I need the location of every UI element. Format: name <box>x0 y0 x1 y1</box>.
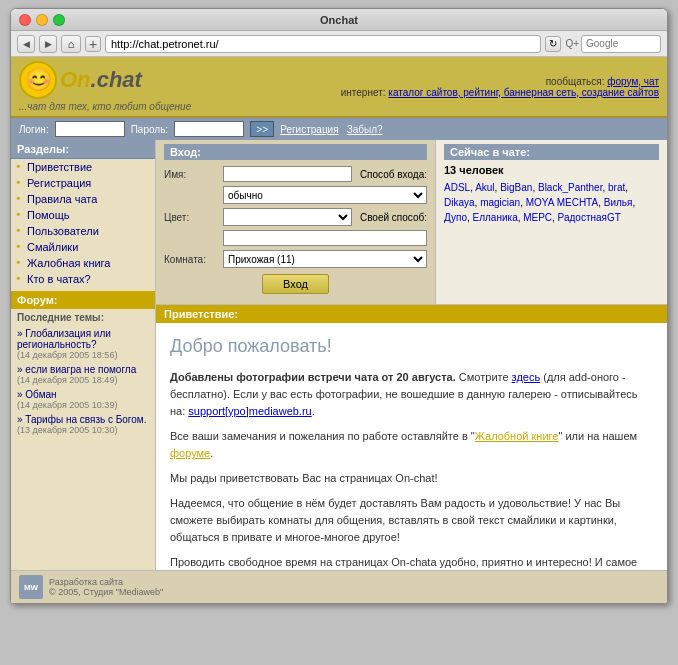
forward-button[interactable]: ▶ <box>39 35 57 53</box>
add-tab-button[interactable]: + <box>85 36 101 52</box>
support-email-link[interactable]: support[уро]mediaweb.ru <box>188 405 311 417</box>
own-method-row <box>164 230 427 246</box>
entry-method-select[interactable]: обычно <box>223 186 427 204</box>
content-area: Вход: Имя: Способ входа: <box>156 140 667 570</box>
search-input[interactable] <box>581 35 661 53</box>
greeting-link[interactable]: Приветствие <box>27 161 92 173</box>
browser-window: Onchat ◀ ▶ ⌂ + ↻ Q+ 😊 On.chat ...чат для… <box>10 8 668 604</box>
main-layout: Разделы: Приветствие Регистрация Правила… <box>11 140 667 570</box>
forum-post-date-4: (13 декабря 2005 10:30) <box>17 425 149 435</box>
user-dikaya[interactable]: Dikaya <box>444 197 475 208</box>
sidebar: Разделы: Приветствие Регистрация Правила… <box>11 140 156 570</box>
welcome-title: Добро пожаловать! <box>170 333 653 361</box>
forum-post-date-1: (14 декабря 2005 18:56) <box>17 350 149 360</box>
room-label: Комната: <box>164 254 219 265</box>
site-header: 😊 On.chat ...чат для тех, кто любит обще… <box>11 57 667 118</box>
own-method-input[interactable] <box>223 230 427 246</box>
entry-method-field: обычно <box>223 186 427 204</box>
register-link[interactable]: Регистрация <box>280 124 338 135</box>
user-mers[interactable]: МЕРС <box>523 212 552 223</box>
forum-post-1[interactable]: » Глобализация или региональность? (14 д… <box>11 326 155 362</box>
sidebar-item-rules[interactable]: Правила чата <box>11 191 155 207</box>
forum-link-main[interactable]: форуме <box>170 447 210 459</box>
user-akul[interactable]: Akul <box>475 182 494 193</box>
home-button[interactable]: ⌂ <box>61 35 81 53</box>
top-section: Вход: Имя: Способ входа: <box>156 140 667 305</box>
smiley-icon: 😊 <box>19 61 57 99</box>
minimize-button[interactable] <box>36 14 48 26</box>
user-bigban[interactable]: BigBan <box>500 182 532 193</box>
forum-post-link-1[interactable]: » Глобализация или региональность? <box>17 328 111 350</box>
url-input[interactable] <box>105 35 541 53</box>
forum-post-link-4[interactable]: » Тарифы на связь с Богом. <box>17 414 147 425</box>
sidebar-item-registration[interactable]: Регистрация <box>11 175 155 191</box>
complaint-book-link[interactable]: Жалобной книге <box>475 430 559 442</box>
login-submit-button[interactable]: >> <box>250 121 274 137</box>
forum-post-3[interactable]: » Обман (14 декабря 2005 10:39) <box>11 387 155 412</box>
enter-button[interactable]: Вход <box>262 274 329 294</box>
users-link[interactable]: Пользователи <box>27 225 99 237</box>
welcome-para5: Проводить свободное время на страницах O… <box>170 554 653 570</box>
logo-area: 😊 On.chat ...чат для тех, кто любит обще… <box>19 61 191 112</box>
user-adsl[interactable]: ADSL <box>444 182 470 193</box>
forum-recent-label: Последние темы: <box>11 309 155 326</box>
welcome-section: Приветствие: Добро пожаловать! Добавлены… <box>156 305 667 570</box>
sidebar-sections-header: Разделы: <box>11 140 155 159</box>
forum-post-link-2[interactable]: » если виагра не помогла <box>17 364 136 375</box>
room-select[interactable]: Прихожая (11) <box>223 250 427 268</box>
user-magician[interactable]: magician <box>480 197 520 208</box>
welcome-header: Приветствие: <box>156 305 667 323</box>
help-link[interactable]: Помощь <box>27 209 70 221</box>
rules-link[interactable]: Правила чата <box>27 193 97 205</box>
maximize-button[interactable] <box>53 14 65 26</box>
whos-in-chat-link[interactable]: Кто в чатах? <box>27 273 91 285</box>
sidebar-item-whos-in-chat[interactable]: Кто в чатах? <box>11 271 155 287</box>
login-bar: Логин: Пароль: >> Регистрация Забыл? <box>11 118 667 140</box>
here-link[interactable]: здесь <box>512 371 541 383</box>
logo-tagline: ...чат для тех, кто любит общение <box>19 101 191 112</box>
close-button[interactable] <box>19 14 31 26</box>
user-brat[interactable]: brat <box>608 182 625 193</box>
address-bar: ◀ ▶ ⌂ + ↻ Q+ <box>11 31 667 57</box>
user-vilya[interactable]: Вилья <box>604 197 633 208</box>
sidebar-item-greeting[interactable]: Приветствие <box>11 159 155 175</box>
socialize-label: пообщаться: форум, чат <box>341 76 659 87</box>
sidebar-item-complaints[interactable]: Жалобная книга <box>11 255 155 271</box>
user-moya-mechta[interactable]: MOYA MECHTA <box>526 197 598 208</box>
user-black-panther[interactable]: Black_Panther <box>538 182 603 193</box>
site-footer: MW Разработка сайта © 2005, Студия "Medi… <box>11 570 667 603</box>
color-select[interactable] <box>223 208 352 226</box>
internet-links: интернет: каталог сайтов, рейтинг, банне… <box>341 87 659 98</box>
chat-users-header: Сейчас в чате: <box>444 144 659 160</box>
name-label: Имя: <box>164 169 219 180</box>
sidebar-item-help[interactable]: Помощь <box>11 207 155 223</box>
own-method-field <box>223 230 427 246</box>
user-count: 13 человек <box>444 164 659 176</box>
header-right: пообщаться: форум, чат интернет: каталог… <box>341 76 659 98</box>
back-button[interactable]: ◀ <box>17 35 35 53</box>
entry-method-label: Способ входа: <box>360 169 427 180</box>
sidebar-item-users[interactable]: Пользователи <box>11 223 155 239</box>
forum-post-2[interactable]: » если виагра не помогла (14 декабря 200… <box>11 362 155 387</box>
smileys-link[interactable]: Смайлики <box>27 241 78 253</box>
name-input[interactable] <box>223 166 352 182</box>
forum-post-link-3[interactable]: » Обман <box>17 389 57 400</box>
forgot-link[interactable]: Забыл? <box>347 124 383 135</box>
user-dupo[interactable]: Дупо <box>444 212 467 223</box>
footer-copyright: © 2005, Студия "Mediaweb" <box>49 587 163 597</box>
complaints-link[interactable]: Жалобная книга <box>27 257 110 269</box>
internet-links-text[interactable]: каталог сайтов, рейтинг, баннерная сеть,… <box>388 87 659 98</box>
room-row: Комната: Прихожая (11) <box>164 250 427 268</box>
forum-chat-link[interactable]: форум, чат <box>607 76 659 87</box>
refresh-button[interactable]: ↻ <box>545 36 561 52</box>
user-ellanika[interactable]: Елланика <box>473 212 518 223</box>
sidebar-item-smileys[interactable]: Смайлики <box>11 239 155 255</box>
registration-link[interactable]: Регистрация <box>27 177 91 189</box>
login-input[interactable] <box>55 121 125 137</box>
user-radostnayt[interactable]: РадостнаяGТ <box>558 212 621 223</box>
password-label: Пароль: <box>131 124 168 135</box>
password-input[interactable] <box>174 121 244 137</box>
forum-post-4[interactable]: » Тарифы на связь с Богом. (13 декабря 2… <box>11 412 155 437</box>
welcome-para3: Мы рады приветствовать Вас на страницах … <box>170 470 653 487</box>
logo-image: 😊 On.chat <box>19 61 191 99</box>
